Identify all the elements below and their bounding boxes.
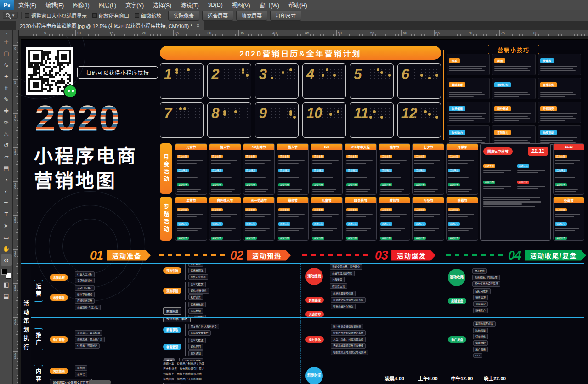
ruler-tick xyxy=(17,120,18,121)
checkbox-box[interactable] xyxy=(92,13,97,18)
calendar-dot xyxy=(433,72,434,73)
menu-item[interactable]: 选择(S) xyxy=(148,0,176,10)
document-tab[interactable]: 2020小程序电商营销地图.jpg @ 12.5% (扫码可以获得小程序扶持, … xyxy=(16,21,204,30)
flow-child: 公众号推文 xyxy=(188,282,206,287)
quick-select-tool[interactable]: ✦ xyxy=(1,71,12,82)
hand-tool[interactable]: ✋ xyxy=(1,243,12,254)
close-icon[interactable]: × xyxy=(196,23,199,29)
healing-brush-tool[interactable]: ✚ xyxy=(1,105,12,117)
collapse-panel-icon[interactable]: » xyxy=(5,31,7,36)
calendar-dot xyxy=(327,75,328,76)
calendar-dot xyxy=(338,117,339,118)
eraser-tool[interactable]: ▱ xyxy=(1,151,12,163)
card-section: 运营行为 xyxy=(346,179,375,192)
move-tool[interactable]: ✛ xyxy=(1,36,12,48)
brush-tool[interactable]: ✑ xyxy=(1,117,12,128)
card-section: 活动玩法 xyxy=(211,165,239,178)
menu-item[interactable]: 帮助(H) xyxy=(284,0,312,10)
event-card: 白色情人节活动主题活动玩法运营行为 xyxy=(209,197,241,241)
skeleton-line xyxy=(449,120,474,122)
card-section: 运营行为 xyxy=(177,179,205,192)
history-brush-tool[interactable]: ↺ xyxy=(1,140,12,151)
menu-item[interactable]: 图像(I) xyxy=(68,0,94,10)
ruler-tick xyxy=(307,34,307,36)
flow-node: 新客获取 xyxy=(163,327,181,333)
option-button[interactable]: 实际像素 xyxy=(168,11,199,21)
ruler-tick xyxy=(108,30,108,36)
eyedropper-tool[interactable]: ✎ xyxy=(1,94,12,105)
skeleton-line xyxy=(555,175,579,176)
color-swatches[interactable] xyxy=(1,269,11,279)
menu-item[interactable]: 视图(V) xyxy=(227,0,255,10)
type-tool[interactable]: T xyxy=(1,209,12,220)
option-checkbox[interactable]: 缩放所有窗口 xyxy=(92,12,129,19)
checkbox-box[interactable] xyxy=(135,13,139,18)
card-tag: 活动玩法 xyxy=(448,222,460,226)
skeleton-line xyxy=(483,170,511,171)
menu-item[interactable]: 3D(D) xyxy=(204,0,227,10)
menu-item[interactable]: 滤镜(T) xyxy=(176,0,203,10)
event-card: 圣诞节活动主题活动玩法运营行为 xyxy=(553,197,584,241)
calendar-dot xyxy=(228,72,229,73)
menu-item[interactable]: 窗口(W) xyxy=(255,0,284,10)
calendar-dot xyxy=(327,78,328,79)
flow-child: 流量情况 xyxy=(473,301,488,307)
menu-item[interactable]: 图层(L) xyxy=(94,0,121,10)
option-checkbox[interactable]: 细微缩放 xyxy=(135,12,161,19)
tool-preset[interactable]: ▼ xyxy=(3,12,18,19)
checkbox-label: 缩放所有窗口 xyxy=(99,12,129,19)
blur-tool[interactable]: ◔ xyxy=(1,174,12,186)
calendar-dot xyxy=(367,69,368,70)
calendar-dot xyxy=(180,117,181,118)
skeleton-line xyxy=(312,189,336,190)
path-select-tool[interactable]: ➤ xyxy=(1,220,12,232)
calendar-dot xyxy=(188,72,189,73)
screen-mode-tool[interactable]: ⬓ xyxy=(1,290,12,302)
card-section: 活动主题 xyxy=(448,204,476,217)
option-button[interactable]: 填充屏幕 xyxy=(236,11,267,21)
calendar-dot xyxy=(228,114,229,115)
marquee-tool[interactable]: ▢ xyxy=(1,48,12,59)
vertical-ruler: 051015202530354045 xyxy=(13,36,19,384)
crop-tool[interactable]: ⌗ xyxy=(1,82,12,94)
tip-title: 分销裂变 xyxy=(540,106,557,111)
dodge-tool[interactable]: ◐ xyxy=(1,186,12,197)
checkbox-box[interactable] xyxy=(25,13,29,18)
lasso-tool[interactable]: ∿ xyxy=(1,59,12,71)
menu-item[interactable]: 文字(Y) xyxy=(121,0,148,10)
calendar-dot xyxy=(192,108,192,109)
horizontal-scrollbar-thumb[interactable] xyxy=(89,380,111,384)
tip-card: 优惠券 xyxy=(538,54,581,75)
event-card-body: 活动主题活动玩法运营行为 xyxy=(345,203,376,240)
tip-title: 直播带货 xyxy=(540,82,557,87)
calendar-dot xyxy=(294,114,295,115)
calendar-dot xyxy=(239,72,240,73)
card-tag: 活动主题 xyxy=(380,155,392,158)
calendar-dot xyxy=(319,114,320,115)
shape-tool[interactable]: ▭ xyxy=(1,232,12,243)
ruler-tick xyxy=(23,34,23,36)
document-canvas[interactable]: 扫码可以获得小程序扶持 2020 小程序电商 营销地图 2020营销日历&全年营… xyxy=(19,36,588,384)
menu-item[interactable]: 编辑(E) xyxy=(41,0,68,10)
clone-stamp-tool[interactable]: ♨ xyxy=(1,128,12,140)
card-section: 适用行业 xyxy=(380,193,409,194)
option-button[interactable]: 适合屏幕 xyxy=(202,11,233,21)
card-tag: 活动玩法 xyxy=(278,169,290,172)
gradient-tool[interactable]: ▤ xyxy=(1,163,12,174)
pen-tool[interactable]: ✒ xyxy=(1,197,12,209)
skeleton-line xyxy=(278,216,298,217)
flow-child: 物流发货 xyxy=(472,268,487,274)
quick-mask-tool[interactable]: ◧ xyxy=(1,279,12,290)
zoom-tool[interactable]: ⊙ xyxy=(1,254,12,266)
skeleton-line xyxy=(177,216,197,217)
flow-node: 运营筹备 xyxy=(50,294,68,301)
option-button[interactable]: 打印尺寸 xyxy=(270,11,301,21)
skeleton-line xyxy=(177,177,198,178)
calendar-dot xyxy=(418,72,418,73)
skeleton-line xyxy=(540,90,577,91)
option-checkbox[interactable]: 调整窗口大小以满屏显示 xyxy=(25,12,87,19)
foreground-color-swatch[interactable] xyxy=(1,269,7,275)
ruler-tick xyxy=(82,34,82,36)
calendar-dot xyxy=(414,111,415,112)
menu-item[interactable]: 文件(F) xyxy=(14,0,41,10)
